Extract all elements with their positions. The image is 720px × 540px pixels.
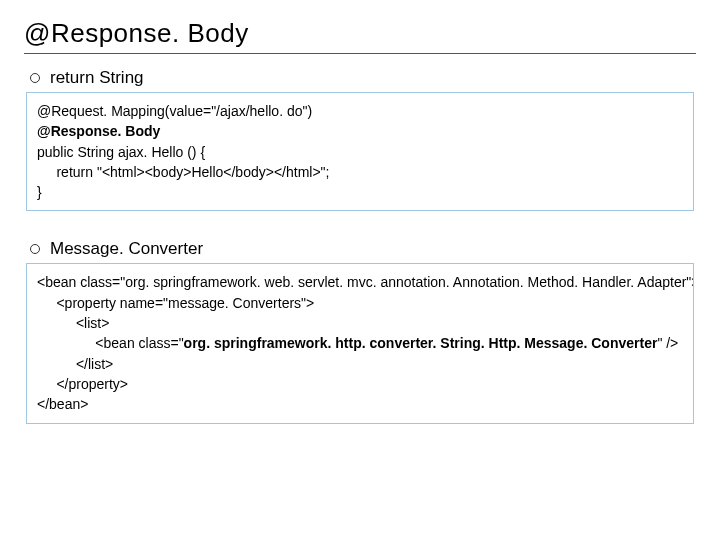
bullet-return-string: return String [30,68,696,88]
code-line: </property> [37,374,683,394]
code-line: @Response. Body [37,121,683,141]
code-line: @Request. Mapping(value="/ajax/hello. do… [37,101,683,121]
circle-bullet-icon [30,73,40,83]
bullet-label: Message. Converter [50,239,203,259]
code-line: <bean class="org. springframework. http.… [37,333,683,353]
code-line: return "<html><body>Hello</body></html>"… [37,162,683,182]
code-line: } [37,182,683,202]
code-line: <property name="message. Converters"> [37,293,683,313]
code-line: </list> [37,354,683,374]
bullet-message-converter: Message. Converter [30,239,696,259]
code-block-2: <bean class="org. springframework. web. … [26,263,694,423]
code-line: <bean class="org. springframework. web. … [37,272,683,292]
code-block-1: @Request. Mapping(value="/ajax/hello. do… [26,92,694,211]
circle-bullet-icon [30,244,40,254]
bullet-label: return String [50,68,144,88]
page-title: @Response. Body [24,18,696,54]
code-line: </bean> [37,394,683,414]
code-line: public String ajax. Hello () { [37,142,683,162]
code-line: <list> [37,313,683,333]
